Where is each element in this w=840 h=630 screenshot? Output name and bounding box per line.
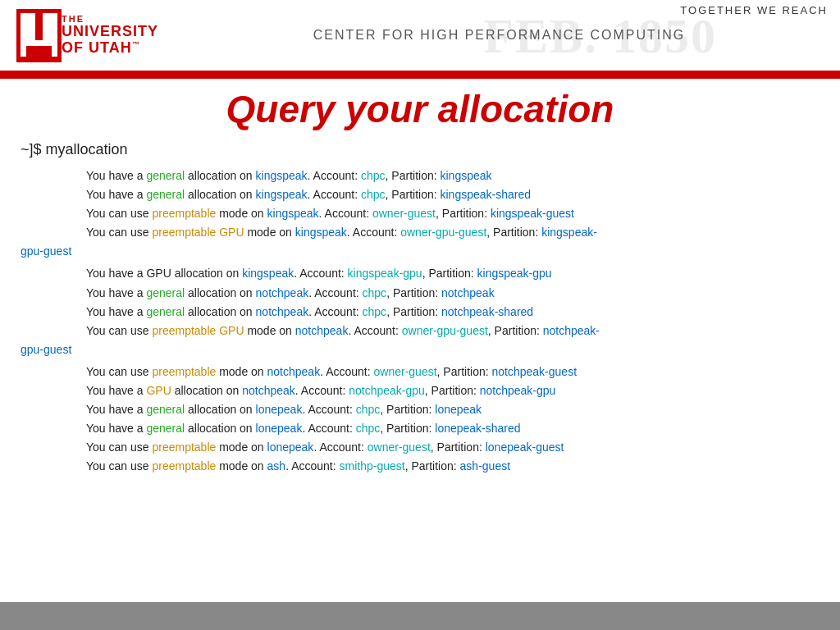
logo-area: THE UNIVERSITY OF UTAH™: [0, 9, 158, 62]
cluster-name: notchpeak: [295, 324, 349, 337]
cluster-name: ash: [267, 459, 286, 472]
partition-name: kingspeak: [440, 169, 491, 182]
header: FEB. 1850 THE UNIVERSITY OF UTAH™ CENTER…: [0, 0, 840, 74]
center-title: CENTER FOR HIGH PERFORMANCE COMPUTING: [313, 28, 686, 43]
cluster-name: notchpeak: [256, 305, 309, 318]
list-item: You can use preemptable mode on notchpea…: [21, 363, 819, 381]
account-name: owner-guest: [374, 365, 437, 378]
account-name: smithp-guest: [340, 459, 405, 472]
together-we-reach: TOGETHER WE REACH: [680, 4, 828, 16]
partition-name: kingspeak-shared: [440, 188, 531, 201]
mode-type: preemptable GPU: [152, 226, 244, 239]
partition-name: notchpeak-: [543, 324, 600, 337]
list-item: You have a GPU allocation on kingspeak. …: [21, 264, 819, 283]
account-name: kingspeak-gpu: [348, 267, 422, 280]
allocation-type: general: [146, 169, 185, 182]
partition-name: kingspeak-: [541, 226, 597, 239]
partition-name: notchpeak: [441, 286, 495, 299]
allocation-type: general: [146, 422, 185, 435]
list-item-wrap: gpu-guest: [21, 242, 819, 261]
partition-name: ash-guest: [460, 459, 510, 472]
allocation-type: general: [146, 188, 185, 201]
cluster-name: kingspeak: [242, 267, 294, 280]
list-item-wrap: gpu-guest: [21, 340, 819, 359]
university-logo-icon: [16, 9, 62, 62]
list-item: You have a general allocation on lonepea…: [21, 419, 819, 438]
center-title-area: CENTER FOR HIGH PERFORMANCE COMPUTING: [158, 28, 840, 43]
account-name: owner-gpu-guest: [402, 324, 488, 337]
account-name: chpc: [356, 403, 381, 416]
list-item: You can use preemptable mode on ash. Acc…: [21, 457, 819, 476]
partition-name: notchpeak-gpu: [480, 384, 556, 397]
list-item: You have a general allocation on notchpe…: [21, 284, 819, 303]
mode-type: preemptable: [152, 207, 216, 220]
cluster-name: notchpeak: [242, 384, 295, 397]
list-item: You can use preemptable GPU mode on notc…: [21, 322, 819, 340]
account-name: notchpeak-gpu: [349, 384, 425, 397]
partition-name: lonepeak-shared: [435, 422, 520, 435]
partition-name: notchpeak-shared: [441, 305, 533, 318]
cluster-name: kingspeak: [295, 226, 347, 239]
partition-name: lonepeak-guest: [486, 441, 564, 454]
account-name: chpc: [361, 188, 386, 201]
list-item: You have a general allocation on notchpe…: [21, 303, 819, 322]
partition-name: lonepeak: [435, 403, 482, 416]
allocation-type: general: [146, 403, 185, 416]
cluster-name: lonepeak: [256, 422, 303, 435]
mode-type: preemptable GPU: [152, 324, 244, 337]
logo-text: THE UNIVERSITY OF UTAH™: [62, 14, 158, 57]
logo-university: UNIVERSITY: [62, 24, 158, 40]
account-name: chpc: [363, 286, 387, 299]
mode-type: preemptable: [152, 459, 216, 472]
cluster-name: kingspeak: [256, 188, 308, 201]
allocation-list: You have a general allocation on kingspe…: [21, 167, 819, 477]
account-name: owner-gpu-guest: [400, 226, 486, 239]
page-title: Query your allocation: [21, 87, 819, 131]
mode-type: preemptable: [152, 365, 216, 378]
account-name: chpc: [363, 305, 387, 318]
partition-name: notchpeak-guest: [492, 365, 578, 378]
account-name: owner-guest: [372, 207, 436, 220]
partition-name-cont: gpu-guest: [21, 343, 71, 356]
logo-of-utah: OF UTAH™: [62, 40, 158, 57]
partition-name: kingspeak-guest: [491, 207, 574, 220]
main-content: Query your allocation ~]$ myallocation Y…: [0, 79, 840, 602]
cluster-name: lonepeak: [267, 441, 314, 454]
partition-name: kingspeak-gpu: [477, 267, 552, 280]
command-line: ~]$ myallocation: [21, 141, 819, 158]
account-name: owner-guest: [368, 441, 431, 454]
mode-type: preemptable: [152, 441, 216, 454]
partition-name-cont: gpu-guest: [21, 244, 71, 258]
allocation-type: GPU: [146, 384, 171, 397]
cluster-name: kingspeak: [267, 207, 319, 220]
account-name: chpc: [361, 169, 386, 182]
list-item: You have a GPU allocation on notchpeak. …: [21, 381, 819, 400]
cluster-name: lonepeak: [256, 403, 303, 416]
allocation-type: general: [146, 305, 185, 318]
list-item: You have a general allocation on kingspe…: [21, 185, 819, 204]
footer: [0, 602, 840, 630]
svg-rect-4: [26, 46, 52, 57]
account-name: chpc: [356, 422, 381, 435]
cluster-name: notchpeak: [256, 286, 309, 299]
list-item: You can use preemptable mode on kingspea…: [21, 204, 819, 223]
cluster-name: notchpeak: [267, 365, 321, 378]
list-item: You can use preemptable GPU mode on king…: [21, 223, 819, 242]
list-item: You have a general allocation on kingspe…: [21, 167, 819, 185]
allocation-type: general: [146, 286, 185, 299]
list-item: You have a general allocation on lonepea…: [21, 400, 819, 419]
cluster-name: kingspeak: [256, 169, 308, 182]
list-item: You can use preemptable mode on lonepeak…: [21, 438, 819, 457]
